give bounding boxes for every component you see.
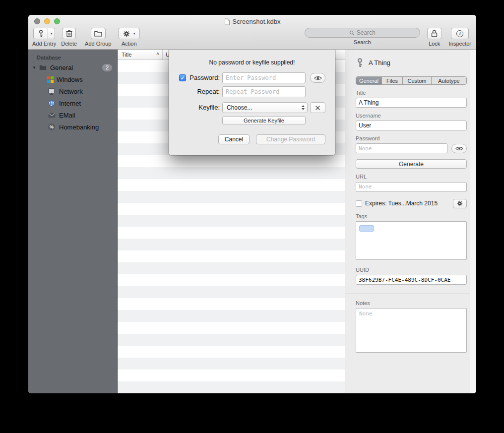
search-input[interactable]: Search: [305, 28, 420, 38]
entry-title-heading: A Thing: [369, 59, 390, 66]
cancel-button[interactable]: Cancel: [218, 134, 250, 144]
popup-stepper-icon: [302, 105, 305, 110]
close-x-icon: [315, 105, 320, 111]
sidebar-item-label: Network: [59, 88, 112, 95]
toolbar-item-action: ▾ Action: [118, 28, 140, 47]
sort-ascending-icon: ^: [156, 52, 159, 58]
keyfile-popup-value: Choose...: [227, 104, 252, 111]
sidebar-item-windows[interactable]: Windows: [28, 73, 117, 85]
gear-icon: [123, 30, 130, 37]
action-label: Action: [122, 41, 137, 47]
toolbar-item-delete: Delete: [61, 28, 77, 47]
sidebar-item-label: General: [50, 64, 102, 71]
sidebar-item-label: Internet: [59, 100, 112, 107]
inspector-entry-header: A Thing: [356, 58, 467, 67]
tab-files[interactable]: Files: [382, 77, 403, 84]
trash-icon: [66, 30, 72, 37]
column-title-label: Title: [122, 52, 131, 58]
change-password-dialog: No password or keyfile supplied! ✓ Passw…: [169, 50, 335, 155]
add-group-label: Add Group: [85, 41, 111, 47]
dialog-message: No password or keyfile supplied!: [169, 59, 335, 66]
sidebar-item-email[interactable]: EMail: [28, 109, 117, 121]
chevron-down-icon: ▾: [133, 31, 135, 36]
title-input[interactable]: [356, 98, 467, 108]
toolbar-item-inspector: i Inspector: [449, 28, 471, 47]
password-reveal-button[interactable]: [451, 144, 467, 153]
inspector-button[interactable]: i: [451, 28, 469, 39]
clear-keyfile-button[interactable]: [310, 102, 325, 113]
keyfile-popup-button[interactable]: Choose...: [222, 102, 308, 113]
dialog-password-input[interactable]: [222, 72, 306, 83]
disclosure-triangle-icon[interactable]: ▼: [30, 65, 38, 70]
delete-button[interactable]: [62, 28, 76, 39]
toolbar-item-add-entry: ▾ Add Entry: [32, 28, 56, 47]
document-icon: [224, 18, 230, 25]
generate-password-button[interactable]: Generate: [356, 159, 467, 169]
password-input[interactable]: [356, 143, 447, 153]
dialog-repeat-label: Repeat:: [169, 86, 220, 97]
sidebar-item-label: Windows: [57, 76, 112, 83]
percent-coin-icon: %: [47, 124, 56, 130]
sidebar-item-label: EMail: [59, 112, 112, 119]
sidebar-item-homebanking[interactable]: % Homebanking: [28, 121, 117, 133]
tags-label: Tags: [356, 213, 467, 219]
toolbar-item-lock: Lock: [427, 28, 442, 47]
dialog-password-reveal-button[interactable]: [310, 73, 325, 83]
username-input[interactable]: [356, 121, 467, 130]
window-chrome: Screenshot.kdbx ▾ Add Entry: [28, 15, 476, 50]
dialog-repeat-input[interactable]: [222, 86, 306, 97]
uuid-input[interactable]: [356, 275, 467, 285]
folder-plus-icon: [94, 30, 102, 37]
notes-input[interactable]: [356, 308, 467, 353]
sidebar-item-network[interactable]: Network: [28, 85, 117, 97]
chevron-down-icon: ▾: [51, 31, 53, 36]
window-title: Screenshot.kdbx: [233, 18, 281, 25]
tab-general[interactable]: General: [356, 77, 382, 84]
sidebar-section-header: Database: [28, 54, 117, 62]
search-placeholder: Search: [357, 29, 376, 36]
desktop-background: Screenshot.kdbx ▾ Add Entry: [0, 0, 504, 433]
delete-label: Delete: [61, 41, 77, 47]
sidebar-item-general[interactable]: ▼ General 2: [28, 62, 117, 73]
add-entry-dropdown-button[interactable]: ▾: [48, 28, 55, 39]
sidebar-item-internet[interactable]: Internet: [28, 97, 117, 109]
toolbar: ▾ Add Entry Delete Add Group: [32, 28, 471, 49]
gear-icon: [457, 200, 463, 206]
tags-field[interactable]: [356, 221, 467, 260]
envelope-icon: [47, 113, 56, 118]
generate-keyfile-button[interactable]: Generate Keyfile: [222, 116, 306, 125]
monitor-icon: [47, 88, 56, 95]
tag-chip[interactable]: [359, 225, 374, 232]
add-entry-button[interactable]: [33, 28, 48, 39]
tab-autotype[interactable]: Autotype: [432, 77, 466, 84]
toolbar-item-search: Search Search: [305, 28, 420, 45]
lock-icon: [431, 30, 438, 37]
search-icon: [349, 30, 355, 36]
entry-count-badge: 2: [102, 64, 112, 71]
column-header-title[interactable]: Title ^: [118, 50, 163, 60]
expires-checkbox[interactable]: [356, 200, 362, 207]
dialog-keyfile-label: Keyfile:: [169, 102, 220, 113]
globe-icon: [47, 100, 56, 107]
action-button[interactable]: ▾: [118, 28, 140, 39]
url-input[interactable]: [356, 182, 467, 192]
tab-custom[interactable]: Custom: [403, 77, 432, 84]
change-password-button[interactable]: Change Password: [256, 134, 325, 144]
toolbar-item-add-group: Add Group: [85, 28, 111, 47]
eye-icon: [314, 75, 322, 81]
info-icon: i: [456, 30, 463, 37]
lock-button[interactable]: [427, 28, 442, 39]
group-sidebar: Database ▼ General 2 Windows: [28, 50, 118, 393]
eye-icon: [455, 146, 463, 151]
lock-label: Lock: [429, 41, 440, 47]
add-group-button[interactable]: [91, 28, 106, 39]
expires-label: Expires: Tues...March 2015: [365, 200, 450, 207]
expires-row: Expires: Tues...March 2015: [356, 199, 467, 208]
uuid-label: UUID: [356, 267, 467, 273]
inspector-tabs: General Files Custom Autotype: [356, 76, 467, 85]
inspector-divider: [345, 294, 470, 294]
username-label: Username: [356, 113, 467, 119]
inspector-scrollbar[interactable]: [470, 50, 476, 393]
expires-settings-button[interactable]: [453, 199, 467, 208]
inspector-panel: A Thing General Files Custom Autotype Ti…: [345, 50, 476, 393]
